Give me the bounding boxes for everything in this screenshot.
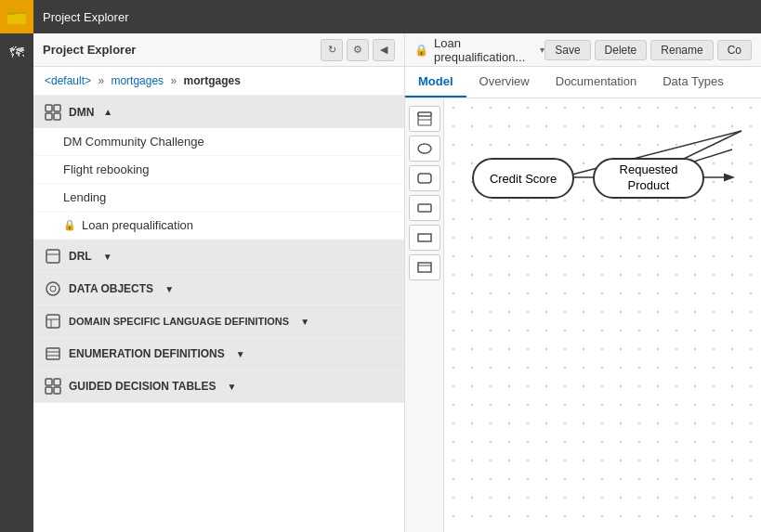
rect-tool[interactable]: [409, 165, 440, 191]
refresh-button[interactable]: ↻: [321, 39, 343, 61]
rename-button[interactable]: Rename: [650, 40, 713, 60]
svg-point-25: [418, 144, 431, 153]
tab-data-types[interactable]: Data Types: [649, 67, 737, 97]
credit-score-node[interactable]: Credit Score: [472, 158, 574, 199]
svg-rect-19: [46, 387, 52, 394]
tool-palette: [405, 98, 444, 532]
svg-rect-11: [46, 315, 59, 328]
editor-title-text: Loan prequalification...: [434, 36, 534, 64]
guided-arrow: ▼: [227, 382, 236, 392]
breadcrumb-sep2: »: [170, 74, 177, 87]
tab-overview[interactable]: Overview: [466, 67, 543, 97]
svg-rect-26: [418, 174, 431, 183]
editor-title: 🔒 Loan prequalification... ▾: [414, 36, 545, 64]
data-objects-arrow: ▼: [164, 284, 174, 294]
svg-rect-20: [54, 387, 60, 394]
editor-header-buttons: Save Delete Rename Co: [545, 40, 752, 60]
domain-header[interactable]: DOMAIN SPECIFIC LANGUAGE DEFINITIONS ▼: [33, 305, 404, 337]
main-layout: 🗺 Project Explorer ↻ ⚙ ◀ <default> » mor…: [0, 33, 761, 532]
project-explorer-title: Project Explorer: [33, 0, 138, 33]
svg-rect-1: [7, 14, 26, 24]
dmn-section-header[interactable]: DMN ▲: [33, 96, 404, 128]
dmn-items: DM Community Challenge Flight rebooking …: [33, 128, 404, 240]
editor-tabs: Model Overview Documentation Data Types: [405, 67, 761, 98]
svg-rect-18: [54, 379, 60, 385]
drl-section: DRL ▼: [33, 240, 404, 273]
cursor-tool[interactable]: [409, 106, 440, 132]
breadcrumb: <default> » mortgages » mortgages: [33, 67, 404, 96]
drl-section-header[interactable]: DRL ▼: [33, 240, 404, 272]
enumeration-label: ENUMERATION DEFINITIONS: [69, 347, 225, 360]
breadcrumb-default[interactable]: <default>: [45, 74, 91, 87]
panel-title: Project Explorer: [43, 43, 136, 57]
enumeration-header[interactable]: ENUMERATION DEFINITIONS ▼: [33, 338, 404, 370]
dmn-item-lending[interactable]: Lending: [33, 184, 404, 212]
editor-header: 🔒 Loan prequalification... ▾ Save Delete…: [405, 33, 761, 67]
enumeration-arrow: ▼: [236, 349, 245, 359]
guided-icon: [45, 378, 61, 395]
svg-point-10: [50, 286, 56, 292]
requested-product-label: RequestedProduct: [620, 162, 678, 194]
rect3-tool[interactable]: [409, 225, 440, 251]
requested-product-node[interactable]: RequestedProduct: [593, 158, 704, 199]
rect4-tool[interactable]: [409, 254, 440, 280]
editor-panel: 🔒 Loan prequalification... ▾ Save Delete…: [405, 33, 761, 532]
breadcrumb-mortgages-link[interactable]: mortgages: [111, 74, 164, 87]
credit-score-label: Credit Score: [490, 172, 557, 186]
enumeration-section: ENUMERATION DEFINITIONS ▼: [33, 338, 404, 370]
dmn-item-loan-prequalification[interactable]: 🔒 Loan prequalification: [33, 212, 404, 240]
rect2-tool[interactable]: [409, 195, 440, 221]
drl-arrow: ▼: [103, 252, 112, 262]
svg-rect-4: [54, 105, 60, 111]
data-objects-label: DATA OBJECTS: [69, 282, 153, 295]
domain-section: DOMAIN SPECIFIC LANGUAGE DEFINITIONS ▼: [33, 305, 404, 338]
project-panel: Project Explorer ↻ ⚙ ◀ <default> » mortg…: [33, 33, 405, 532]
domain-icon: [45, 313, 61, 330]
svg-rect-3: [46, 105, 52, 111]
panel-controls: ↻ ⚙ ◀: [321, 39, 395, 61]
map-icon[interactable]: 🗺: [6, 41, 28, 65]
dmn-item-dm-community[interactable]: DM Community Challenge: [33, 128, 404, 156]
svg-rect-14: [46, 348, 59, 359]
delete-button[interactable]: Delete: [595, 40, 648, 60]
guided-label: GUIDED DECISION TABLES: [69, 380, 216, 393]
svg-rect-5: [46, 113, 52, 120]
app-icon[interactable]: [0, 0, 33, 33]
dmn-label: DMN: [69, 106, 94, 119]
drl-label: DRL: [69, 250, 92, 263]
svg-rect-22: [418, 112, 431, 125]
dmn-item-flight-rebooking[interactable]: Flight rebooking: [33, 156, 404, 184]
data-objects-icon: [45, 280, 61, 297]
co-button[interactable]: Co: [717, 40, 752, 60]
svg-rect-27: [418, 204, 431, 212]
dmn-section: DMN ▲ DM Community Challenge Flight rebo…: [33, 96, 404, 240]
settings-button[interactable]: ⚙: [347, 39, 369, 61]
app-container: Project Explorer 🗺 Project Explorer ↻ ⚙ …: [0, 0, 761, 532]
tab-documentation[interactable]: Documentation: [543, 67, 649, 97]
svg-rect-7: [46, 250, 59, 263]
enumeration-icon: [45, 345, 61, 362]
tab-model[interactable]: Model: [405, 67, 466, 97]
data-objects-header[interactable]: DATA OBJECTS ▼: [33, 273, 404, 305]
breadcrumb-mortgages: mortgages: [184, 74, 241, 87]
canvas[interactable]: Credit Score RequestedProduct: [444, 98, 761, 532]
data-objects-section: DATA OBJECTS ▼: [33, 273, 404, 305]
dmn-section-icon: [45, 103, 61, 121]
editor-body: Credit Score RequestedProduct: [405, 98, 761, 532]
collapse-button[interactable]: ◀: [373, 39, 395, 61]
svg-rect-28: [418, 234, 431, 241]
top-bar: Project Explorer: [0, 0, 761, 33]
domain-arrow: ▼: [300, 317, 309, 327]
dmn-arrow: ▲: [103, 107, 112, 117]
svg-rect-2: [7, 12, 16, 15]
editor-lock-icon: 🔒: [414, 44, 428, 57]
svg-rect-17: [46, 379, 52, 385]
svg-rect-6: [54, 113, 60, 120]
breadcrumb-sep1: »: [98, 74, 104, 87]
svg-point-9: [46, 282, 59, 295]
guided-header[interactable]: GUIDED DECISION TABLES ▼: [33, 370, 404, 402]
lock-icon: 🔒: [63, 219, 76, 231]
drl-icon: [45, 248, 61, 265]
save-button[interactable]: Save: [545, 40, 590, 60]
oval-tool[interactable]: [409, 136, 440, 162]
